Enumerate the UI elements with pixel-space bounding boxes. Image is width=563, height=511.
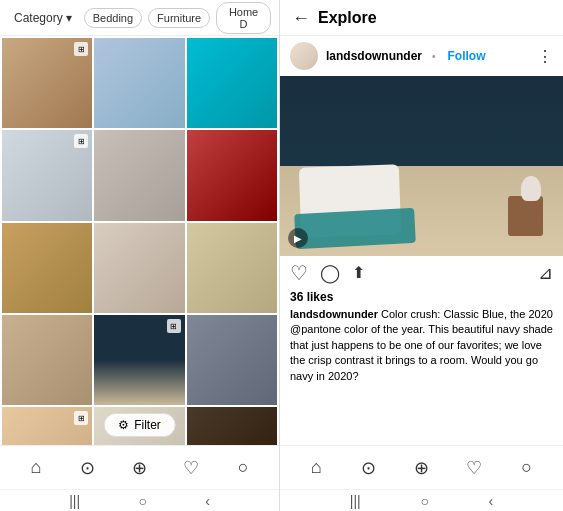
right-android-menu-icon[interactable]: ||| (350, 493, 361, 509)
grid-item[interactable] (2, 223, 92, 313)
grid-item[interactable]: ⊞ (2, 130, 92, 220)
nav-home-icon[interactable]: ⌂ (24, 456, 48, 480)
overlay-icon: ⊞ (74, 411, 88, 425)
android-menu-icon[interactable]: ||| (69, 493, 80, 509)
grid-item[interactable] (2, 315, 92, 405)
like-icon[interactable]: ♡ (290, 263, 308, 283)
back-button[interactable]: ← (292, 9, 310, 27)
category-label: Category (14, 11, 63, 25)
category-button[interactable]: Category ▾ (8, 8, 78, 28)
post-image-inner (280, 76, 563, 256)
grid-item[interactable] (187, 38, 277, 128)
right-nav-profile-icon[interactable]: ○ (515, 456, 539, 480)
post-actions: ♡ ◯ ⬆ ⊿ (280, 256, 563, 290)
filter-tag-furniture[interactable]: Furniture (148, 8, 210, 28)
caption-username[interactable]: landsdownunder (290, 308, 378, 320)
image-grid: ⊞ ⊞ ⊞ ⊞ (0, 36, 279, 445)
right-android-back-icon[interactable]: ‹ (488, 493, 493, 509)
post-header: landsdownunder • Follow ⋮ (280, 36, 563, 76)
right-nav-home-icon[interactable]: ⌂ (304, 456, 328, 480)
right-android-nav: ||| ○ ‹ (280, 489, 563, 511)
left-panel: Category ▾ Bedding Furniture Home D ⊞ ⊞ … (0, 0, 280, 511)
right-panel: ← Explore landsdownunder • Follow ⋮ ▶ ♡ (280, 0, 563, 511)
right-nav-search-icon[interactable]: ⊙ (357, 456, 381, 480)
wall-bg (280, 76, 563, 175)
grid-item[interactable] (187, 407, 277, 445)
post-image[interactable]: ▶ (280, 76, 563, 256)
nav-search-icon[interactable]: ⊙ (76, 456, 100, 480)
save-icon[interactable]: ⊿ (538, 262, 553, 284)
filter-tag-bedding[interactable]: Bedding (84, 8, 142, 28)
dot-separator: • (432, 51, 436, 62)
grid-item[interactable] (94, 130, 184, 220)
left-android-nav: ||| ○ ‹ (0, 489, 279, 511)
grid-item[interactable]: ⊞ (2, 407, 92, 445)
left-header: Category ▾ Bedding Furniture Home D (0, 0, 279, 36)
right-header: ← Explore (280, 0, 563, 36)
right-nav-add-icon[interactable]: ⊕ (409, 456, 433, 480)
follow-button[interactable]: Follow (448, 49, 486, 63)
vase (521, 176, 541, 201)
post-caption: landsdownunder Color crush: Classic Blue… (280, 307, 563, 384)
overlay-icon: ⊞ (167, 319, 181, 333)
comment-icon[interactable]: ◯ (320, 264, 340, 282)
overlay-icon: ⊞ (74, 42, 88, 56)
likes-count: 36 likes (280, 290, 563, 307)
filter-tag-homed[interactable]: Home D (216, 2, 271, 34)
right-android-home-icon[interactable]: ○ (420, 493, 428, 509)
right-nav-heart-icon[interactable]: ♡ (462, 456, 486, 480)
avatar (290, 42, 318, 70)
grid-item[interactable]: ⊞ (2, 38, 92, 128)
grid-item[interactable] (94, 38, 184, 128)
explore-title: Explore (318, 9, 551, 27)
filter-btn-label: Filter (134, 418, 161, 432)
teal-blanket (294, 208, 416, 249)
filter-overlay-button[interactable]: ⚙ Filter (103, 413, 176, 437)
grid-item[interactable] (187, 223, 277, 313)
left-bottom-nav: ⌂ ⊙ ⊕ ♡ ○ (0, 445, 279, 489)
overlay-icon: ⊞ (74, 134, 88, 148)
more-options-icon[interactable]: ⋮ (537, 47, 553, 66)
video-camera-icon: ▶ (288, 228, 308, 248)
nav-profile-icon[interactable]: ○ (231, 456, 255, 480)
nav-add-icon[interactable]: ⊕ (127, 456, 151, 480)
post-username[interactable]: landsdownunder (326, 49, 422, 63)
android-back-icon[interactable]: ‹ (205, 493, 210, 509)
grid-item[interactable] (94, 223, 184, 313)
nav-heart-icon[interactable]: ♡ (179, 456, 203, 480)
category-arrow-icon: ▾ (66, 11, 72, 25)
android-home-icon[interactable]: ○ (138, 493, 146, 509)
filter-settings-icon: ⚙ (118, 418, 129, 432)
grid-item[interactable]: ⊞ (94, 315, 184, 405)
right-bottom-nav: ⌂ ⊙ ⊕ ♡ ○ (280, 445, 563, 489)
grid-item[interactable] (187, 315, 277, 405)
share-icon[interactable]: ⬆ (352, 265, 365, 281)
side-table (508, 196, 543, 236)
grid-item[interactable] (187, 130, 277, 220)
